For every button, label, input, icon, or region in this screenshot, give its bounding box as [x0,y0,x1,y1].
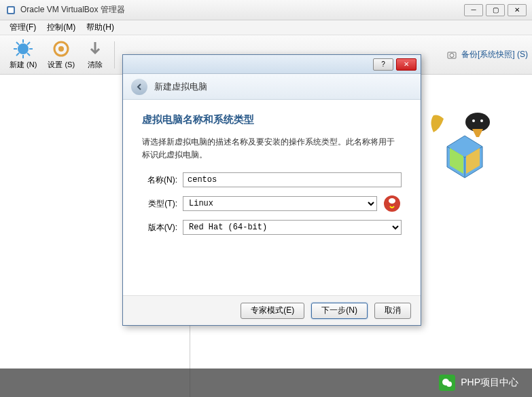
toolbar-separator [114,41,115,69]
dialog-description: 请选择新虚拟电脑的描述名称及要安装的操作系统类型。此名称将用于标识此虚拟电脑。 [142,136,402,162]
svg-line-7 [16,42,19,45]
virtualbox-logo [423,109,505,186]
menu-file[interactable]: 管理(F) [4,20,41,35]
linux-icon [383,194,402,213]
svg-point-17 [480,119,483,122]
name-input[interactable] [183,172,402,187]
svg-line-10 [16,53,19,56]
svg-point-16 [472,119,475,122]
settings-button[interactable]: 设置 (S) [42,38,80,71]
svg-line-8 [27,53,30,56]
arrow-down-icon [86,39,105,58]
type-select[interactable]: Linux [183,196,377,211]
app-icon [5,5,16,16]
svg-point-14 [450,53,454,57]
dialog-titlebar: ? ✕ [123,55,421,74]
new-button[interactable]: 新建 (N) [4,38,42,71]
help-button[interactable]: ? [373,58,393,71]
window-title: Oracle VM VirtualBox 管理器 [20,4,464,16]
camera-icon [446,50,457,60]
dialog-header: 新建虚拟电脑 [123,74,421,100]
dialog-close-button[interactable]: ✕ [396,58,416,71]
svg-point-15 [465,113,490,132]
wechat-icon [439,375,455,391]
menu-help[interactable]: 帮助(H) [81,20,120,35]
back-button[interactable] [131,79,147,95]
menubar: 管理(F) 控制(M) 帮助(H) [0,20,532,35]
snapshot-label[interactable]: 备份[系统快照] (S) [461,49,528,60]
svg-line-9 [27,42,30,45]
version-select[interactable]: Red Hat (64-bit) [183,220,402,235]
version-label: 版本(V): [142,222,183,233]
close-button[interactable]: ✕ [508,4,527,16]
svg-rect-1 [8,7,14,13]
svg-point-21 [446,381,452,387]
discard-label: 清除 [88,60,103,70]
minimize-button[interactable]: ─ [464,4,483,16]
maximize-button[interactable]: ▢ [486,4,505,16]
next-button[interactable]: 下一步(N) [311,303,368,319]
svg-point-19 [389,198,395,204]
name-label: 名称(N): [142,174,183,186]
svg-point-12 [58,46,64,52]
expert-mode-button[interactable]: 专家模式(E) [241,303,304,319]
watermark-text: PHP项目中心 [461,377,518,389]
sun-icon [14,39,33,58]
arrow-left-icon [135,83,143,91]
new-label: 新建 (N) [10,60,37,70]
window-titlebar: Oracle VM VirtualBox 管理器 ─ ▢ ✕ [0,0,532,20]
settings-label: 设置 (S) [48,60,75,70]
dialog-title: 虚拟电脑名称和系统类型 [142,113,402,126]
type-label: 类型(T): [142,198,183,210]
new-vm-dialog: ? ✕ 新建虚拟电脑 虚拟电脑名称和系统类型 请选择新虚拟电脑的描述名称及要安装… [122,54,421,326]
dialog-header-text: 新建虚拟电脑 [154,81,207,93]
watermark-bar: PHP项目中心 [0,368,532,397]
discard-button[interactable]: 清除 [80,38,110,71]
gear-icon [52,39,71,58]
cancel-button[interactable]: 取消 [374,303,411,319]
svg-point-2 [18,43,29,54]
menu-control[interactable]: 控制(M) [41,20,81,35]
